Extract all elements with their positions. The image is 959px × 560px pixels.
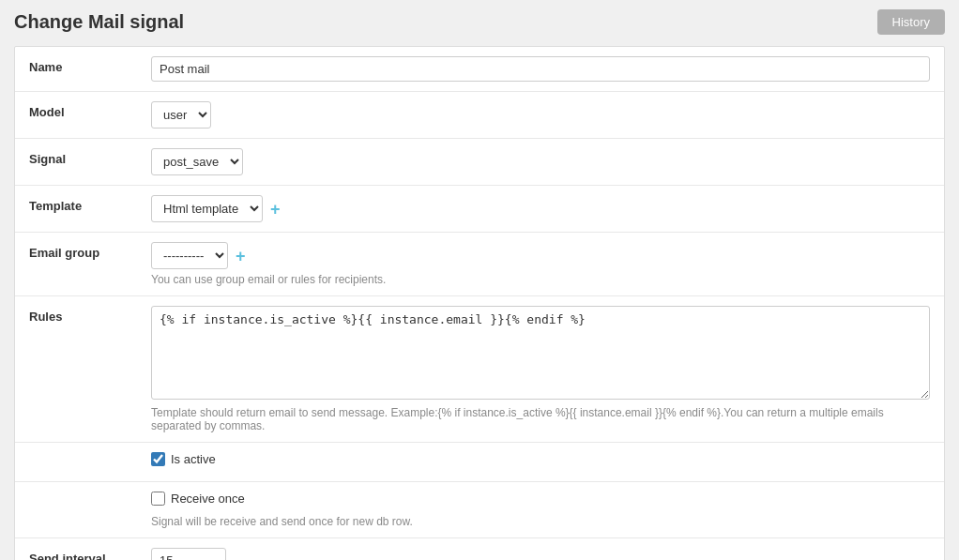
form-container: Name Model user Signal post_save bbox=[14, 46, 945, 560]
email-group-select[interactable]: ---------- bbox=[151, 242, 228, 269]
email-group-select-group: ---------- + bbox=[151, 242, 930, 269]
page-wrapper: Change Mail signal History Name Model us… bbox=[0, 0, 959, 560]
email-group-field: ---------- + You can use group email or … bbox=[151, 242, 930, 286]
is-active-field: Is active bbox=[151, 452, 930, 472]
model-select[interactable]: user bbox=[151, 101, 211, 129]
receive-once-row: Receive once Signal will be receive and … bbox=[15, 482, 944, 538]
model-row: Model user bbox=[15, 92, 944, 139]
email-group-help: You can use group email or rules for rec… bbox=[151, 273, 930, 286]
receive-once-label: Receive once bbox=[171, 492, 245, 506]
template-select[interactable]: Html template bbox=[151, 195, 263, 222]
is-active-label: Is active bbox=[171, 452, 216, 466]
template-row: Template Html template + bbox=[15, 186, 944, 233]
send-interval-label: Send interval bbox=[29, 548, 151, 560]
signal-select[interactable]: post_save bbox=[151, 148, 243, 175]
signal-field: post_save bbox=[151, 148, 930, 175]
email-group-label: Email group bbox=[29, 242, 151, 260]
email-group-row: Email group ---------- + You can use gro… bbox=[15, 233, 944, 296]
name-row: Name bbox=[15, 47, 944, 92]
rules-textarea[interactable]: {% if instance.is_active %}{{ instance.e… bbox=[151, 306, 930, 400]
header-row: Change Mail signal History bbox=[14, 9, 945, 35]
signal-label: Signal bbox=[29, 148, 151, 166]
page-title: Change Mail signal bbox=[14, 11, 184, 33]
template-label: Template bbox=[29, 195, 151, 213]
name-label: Name bbox=[29, 56, 151, 74]
template-field: Html template + bbox=[151, 195, 930, 222]
model-field: user bbox=[151, 101, 930, 129]
receive-once-help: Signal will be receive and send once for… bbox=[151, 515, 413, 528]
rules-label: Rules bbox=[29, 306, 151, 324]
rules-help: Template should return email to send mes… bbox=[151, 406, 930, 432]
receive-once-checkbox-row: Receive once bbox=[151, 492, 245, 506]
is-active-row: Is active bbox=[15, 443, 944, 482]
name-field bbox=[151, 56, 930, 82]
signal-row: Signal post_save bbox=[15, 139, 944, 186]
send-interval-input[interactable] bbox=[151, 548, 226, 560]
rules-row: Rules {% if instance.is_active %}{{ inst… bbox=[15, 296, 944, 443]
send-interval-row: Send interval Specify interval to send m… bbox=[15, 538, 944, 560]
name-input[interactable] bbox=[151, 56, 930, 82]
rules-field: {% if instance.is_active %}{{ instance.e… bbox=[151, 306, 930, 432]
receive-once-checkbox[interactable] bbox=[151, 492, 165, 506]
template-select-group: Html template + bbox=[151, 195, 930, 222]
is-active-checkbox-row: Is active bbox=[151, 452, 930, 466]
send-interval-field: Specify interval to send messages after … bbox=[151, 548, 930, 560]
model-label: Model bbox=[29, 101, 151, 119]
is-active-checkbox[interactable] bbox=[151, 452, 165, 466]
email-group-add-icon[interactable]: + bbox=[236, 248, 246, 265]
template-add-icon[interactable]: + bbox=[270, 201, 281, 218]
history-button[interactable]: History bbox=[877, 9, 945, 35]
